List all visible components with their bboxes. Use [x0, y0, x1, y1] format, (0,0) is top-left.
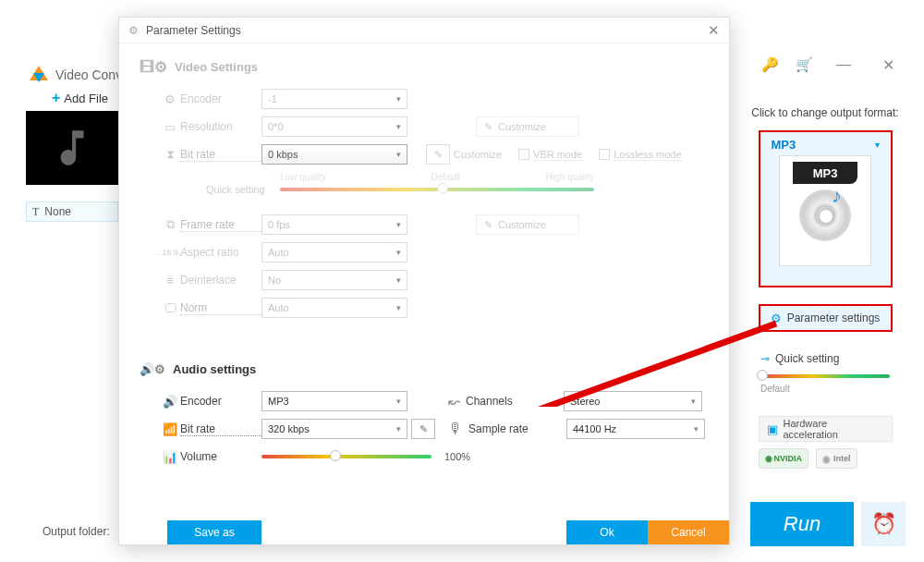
slider-handle[interactable]	[757, 370, 768, 381]
norm-select: Auto▾	[261, 298, 407, 318]
format-name: MP3	[772, 138, 796, 152]
dialog-titlebar: ⚙ Parameter Settings ✕	[119, 18, 729, 43]
customize-label: Customize	[454, 149, 502, 160]
app-title: Video Conv	[55, 67, 122, 82]
aspect-select: Auto▾	[261, 242, 407, 263]
quick-setting-label: Quick setting	[775, 352, 839, 365]
field-label: Bit rate	[180, 422, 261, 436]
hardware-accel-button[interactable]: ▣ Hardware acceleration	[759, 416, 893, 442]
mic-icon: 🎙	[448, 421, 463, 437]
audio-bitrate-select[interactable]: 320 kbps▾	[261, 419, 407, 439]
close-window-button[interactable]: ✕	[874, 55, 902, 74]
dialog-footer: Save as Ok Cancel	[119, 520, 729, 544]
volume-slider[interactable]	[261, 455, 432, 458]
license-key-icon[interactable]: 🔑	[761, 56, 779, 73]
parameter-settings-dialog: ⚙ Parameter Settings ✕ 🎞⚙ Video Settings…	[118, 17, 730, 545]
vbr-checkbox	[518, 149, 529, 160]
audio-encoder-row: 🔊 Encoder MP3▾ ↜ Channels Stereo▾	[140, 387, 707, 415]
field-label: Encoder	[180, 92, 261, 105]
add-file-button[interactable]: + Add File	[52, 90, 108, 106]
audio-bitrate-row: 📶 Bit rate 320 kbps▾ ✎ 🎙 Sample rate 441…	[140, 415, 707, 443]
bitrate-edit-button[interactable]: ✎	[411, 419, 435, 439]
save-as-button[interactable]: Save as	[167, 520, 261, 544]
resolution-customize-button: ✎Customize	[476, 116, 579, 137]
run-bar: Run ⏰	[750, 502, 906, 546]
output-format-panel: Click to change output format: MP3 ▾ MP3…	[745, 106, 906, 500]
lines-icon: ≡	[160, 274, 180, 287]
source-thumbnail[interactable]	[26, 111, 118, 185]
parameter-settings-button[interactable]: ⚙ Parameter settings	[759, 304, 893, 332]
field-label: Aspect ratio	[180, 246, 261, 259]
settings-icon: ⚙	[128, 24, 139, 37]
mp3-badge: MP3	[793, 162, 857, 184]
deinterlace-select: No▾	[261, 270, 407, 290]
quick-setting-slider[interactable]	[760, 374, 890, 378]
hw-label: Hardware acceleration	[784, 418, 884, 440]
vbr-label: VBR mode	[533, 149, 582, 161]
run-button[interactable]: Run	[750, 502, 854, 546]
chip-icon: ▣	[767, 422, 778, 436]
channels-select[interactable]: Stereo▾	[564, 391, 702, 411]
slider-handle[interactable]	[330, 450, 341, 461]
audio-section-header: 🔊⚙ Audio settings	[140, 362, 707, 376]
app-logo-icon	[30, 66, 48, 84]
audio-encoder-select[interactable]: MP3▾	[261, 391, 407, 411]
format-preview-icon: MP3 ♪	[779, 155, 871, 266]
dropdown-arrow-icon: ▾	[875, 140, 880, 150]
field-label: Channels	[466, 395, 558, 408]
channels-icon: ↜	[448, 393, 460, 410]
audio-section-title: Audio settings	[173, 362, 256, 376]
resolution-select: 0*0▾	[261, 116, 407, 137]
deinterlace-row: ≡ Deinterlace No▾	[140, 266, 707, 294]
meter-icon: ⧗	[160, 147, 180, 162]
lossless-checkbox	[599, 149, 610, 160]
output-format-selector[interactable]: MP3 ▾ MP3 ♪	[759, 130, 893, 287]
field-label: Bit rate	[180, 148, 261, 162]
norm-row: 🖵 Norm Auto▾	[140, 294, 707, 322]
panel-heading: Click to change output format:	[751, 106, 898, 119]
schedule-button[interactable]: ⏰	[861, 502, 906, 546]
cancel-button[interactable]: Cancel	[648, 520, 729, 544]
speaker-icon: 🔊	[160, 395, 180, 409]
filmstrip-icon: ⧉	[160, 217, 180, 232]
quick-setting-label: Quick setting	[206, 184, 280, 195]
dialog-close-button[interactable]: ✕	[708, 22, 720, 39]
resolution-row: ▭ Resolution 0*0▾ ✎Customize	[140, 113, 707, 140]
signal-icon: 📶	[160, 422, 180, 436]
output-folder-label: Output folder:	[43, 525, 110, 538]
quick-setting-toggle[interactable]: ⊸ Quick setting	[760, 352, 890, 365]
samplerate-select[interactable]: 44100 Hz▾	[566, 419, 705, 439]
music-note-icon	[49, 125, 95, 171]
field-label: Deinterlace	[180, 274, 261, 287]
cart-icon[interactable]: 🛒	[796, 56, 813, 73]
aspect-row: ..16:9.. Aspect ratio Auto▾	[140, 238, 707, 266]
video-quick-setting-row: Quick setting Low quality Default High q…	[206, 176, 707, 203]
framerate-row: ⧉ Frame rate 0 fps▾ ✎Customize	[140, 211, 707, 238]
disc-icon	[799, 189, 851, 241]
volume-row: 📊 Volume 100%	[140, 443, 707, 470]
field-label: Frame rate	[180, 218, 261, 232]
intel-badge[interactable]: ◉Intel	[816, 448, 857, 469]
field-label: Resolution	[180, 120, 261, 133]
nvidia-badge[interactable]: ◉NVIDIA	[759, 448, 809, 469]
framerate-customize-button: ✎Customize	[476, 214, 579, 235]
pencil-icon: ✎	[484, 219, 492, 231]
video-section-header: 🎞⚙ Video Settings	[140, 58, 707, 76]
framerate-select: 0 fps▾	[261, 214, 407, 235]
video-bitrate-select[interactable]: 0 kbps▾	[261, 144, 407, 165]
minimize-button[interactable]: —	[830, 55, 857, 74]
dialog-title: Parameter Settings	[146, 24, 241, 37]
gear-icon: ⚙	[160, 92, 180, 106]
add-file-label: Add File	[64, 92, 108, 105]
aspect-icon: ..16:9..	[160, 248, 180, 257]
volume-value: 100%	[444, 451, 470, 462]
hw-vendors: ◉NVIDIA ◉Intel	[759, 448, 893, 469]
video-quality-slider: Low quality Default High quality	[280, 188, 594, 191]
window-controls: 🔑 🛒 — ✕	[761, 55, 902, 74]
sliders-icon: ⚙	[771, 312, 782, 325]
ok-button[interactable]: Ok	[566, 520, 648, 544]
field-label: Volume	[180, 450, 261, 463]
thumbnail-label[interactable]: T None	[26, 202, 118, 222]
music-note-icon: ♪	[832, 184, 842, 208]
bars-icon: 📊	[160, 450, 180, 464]
